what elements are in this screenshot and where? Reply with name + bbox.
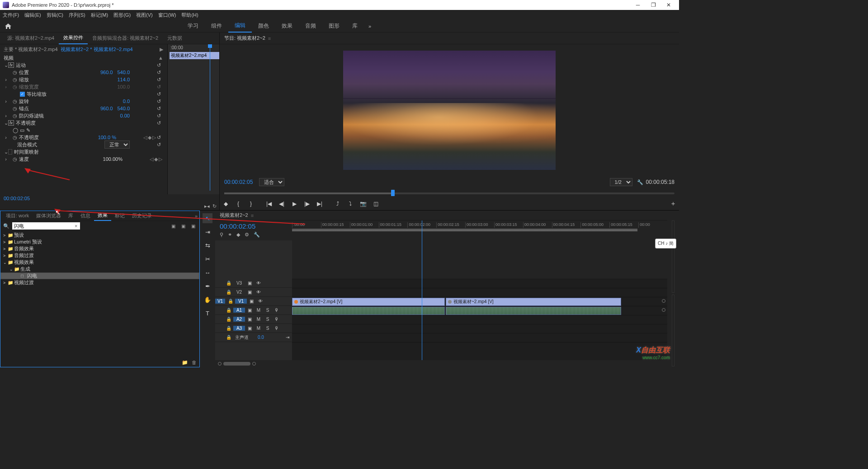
tab-audio-mixer[interactable]: 音频剪辑混合器: 视频素材2~2 (88, 33, 163, 44)
tree-item[interactable]: >📁视频过渡 (0, 279, 199, 286)
track-v3[interactable]: V3 (233, 281, 245, 286)
add-kf-icon[interactable]: ◆ (148, 135, 151, 141)
target-icon[interactable]: ▣ (247, 299, 256, 304)
reset-icon[interactable]: ↺ (157, 135, 163, 141)
tree-item[interactable]: >📁Lumetri 预设 (0, 239, 199, 245)
ec-remap[interactable]: 时间重映射 (14, 149, 39, 155)
ec-timecode[interactable]: 00:00:02:05 (4, 196, 30, 201)
lock-icon[interactable]: 🔒 (224, 335, 233, 340)
zoom-thumb[interactable] (223, 362, 250, 366)
extract-button[interactable]: ⤵ (345, 199, 355, 209)
eye-icon[interactable]: 👁 (254, 290, 263, 295)
add-button-icon[interactable]: ＋ (670, 200, 676, 208)
wrench-icon[interactable]: 🔧 (637, 179, 643, 185)
target-icon[interactable]: ▣ (245, 326, 254, 331)
mask-ellipse-icon[interactable]: ◯ (13, 127, 18, 133)
preset-badge-icon[interactable]: ▣ (170, 222, 177, 230)
mark-out-button[interactable]: } (246, 199, 256, 209)
lock-icon[interactable]: 🔒 (224, 326, 233, 331)
marker-icon[interactable]: ◆ (236, 232, 240, 238)
mic-icon[interactable]: 🎙 (272, 326, 281, 331)
tree-item[interactable]: ⌄📁视频效果 (0, 259, 199, 266)
next-kf-icon[interactable]: ▷ (152, 135, 156, 141)
zoom-handle-left[interactable] (218, 362, 222, 366)
ec-anchor-y[interactable]: 540.0 (117, 106, 130, 111)
reset-icon[interactable]: ↺ (157, 62, 163, 68)
step-fwd-button[interactable]: |▶ (302, 199, 312, 209)
stopwatch-icon[interactable]: ◷ (13, 135, 17, 141)
new-bin-icon[interactable]: 📁 (182, 360, 188, 366)
timeline-audio-clip-2[interactable] (446, 307, 621, 315)
delete-icon[interactable]: 🗑 (192, 360, 197, 365)
zoom-handle-right[interactable] (252, 362, 256, 366)
fit-select[interactable]: 适合 (259, 178, 284, 186)
ec-speed-v[interactable]: 100.00% (103, 156, 123, 162)
prev-kf-icon[interactable]: ◁ (143, 135, 147, 141)
zoom-v-handle[interactable] (662, 299, 665, 303)
src-v1[interactable]: V1 (215, 299, 225, 304)
stopwatch-icon[interactable]: ◷ (13, 70, 17, 75)
twirl-icon[interactable]: › (4, 77, 8, 82)
stopwatch-icon[interactable]: ◷ (13, 106, 17, 112)
timeline-clip-2[interactable]: 视频素材~2.mp4 [V] (446, 298, 621, 306)
ec-timeline-area[interactable]: :00:00 (167, 44, 219, 194)
target-icon[interactable]: ▣ (245, 281, 254, 286)
twirl-icon[interactable]: › (4, 135, 8, 140)
lock-icon[interactable]: 🔒 (224, 317, 233, 322)
compare-button[interactable]: ◫ (371, 199, 381, 209)
track-master[interactable]: 主声道 (233, 334, 254, 341)
mask-rect-icon[interactable]: ▭ (20, 127, 24, 133)
tab-effects[interactable]: 效果 (94, 211, 111, 221)
tree-item[interactable]: >📁音频过渡 (0, 252, 199, 259)
play-button[interactable]: ▶ (289, 199, 299, 209)
mic-icon[interactable]: 🎙 (272, 308, 281, 313)
eye-icon[interactable]: 👁 (256, 299, 265, 304)
effects-search-input[interactable] (12, 222, 80, 230)
tab-effect-controls[interactable]: 效果控件 (59, 33, 88, 44)
tab-info[interactable]: 信息 (77, 211, 94, 221)
ec-pos-x[interactable]: 960.0 (100, 70, 113, 75)
master-level[interactable]: 0.0 (258, 335, 264, 340)
twirl-icon[interactable]: › (4, 98, 8, 104)
ec-clip-bar[interactable]: 视频素材2~2.mp4 (170, 52, 219, 59)
export-frame-button[interactable]: 📷 (358, 199, 368, 209)
menu-file[interactable]: 文件(F) (3, 12, 19, 19)
panel-menu-icon[interactable]: ≡ (268, 36, 271, 41)
zoom-v-handle[interactable] (662, 308, 665, 312)
tab-history[interactable]: 历史记录 (128, 211, 156, 221)
workspace-graphics[interactable]: 图形 (322, 20, 346, 33)
stopwatch-icon[interactable]: ◷ (13, 98, 17, 104)
stopwatch-icon[interactable]: ◷ (13, 113, 17, 119)
ec-flicker-v[interactable]: 0.00 (120, 113, 130, 118)
track-a2[interactable]: A2 (233, 317, 245, 322)
add-kf-icon[interactable]: ◆ (154, 156, 158, 162)
twirl-icon[interactable]: › (4, 113, 8, 118)
reset-icon[interactable]: ↺ (157, 120, 163, 126)
maximize-button[interactable]: ❐ (646, 0, 661, 10)
stopwatch-icon[interactable]: ◷ (13, 156, 17, 162)
type-tool[interactable]: T (203, 308, 212, 318)
settings-icon[interactable]: ⚙ (245, 232, 249, 238)
twirl-icon[interactable]: › (4, 156, 8, 162)
program-scrub-bar[interactable] (224, 188, 675, 197)
go-to-out-button[interactable]: ▶| (315, 199, 325, 209)
mask-pen-icon[interactable]: ✎ (26, 127, 30, 133)
blend-select[interactable]: 正常 (104, 141, 130, 149)
tab-metadata[interactable]: 元数据 (163, 33, 187, 44)
minimize-button[interactable]: ─ (630, 0, 646, 10)
workspace-audio[interactable]: 音频 (299, 20, 322, 33)
scrub-playhead[interactable] (391, 190, 395, 196)
menu-sequence[interactable]: 序列(S) (69, 12, 85, 19)
tab-libraries[interactable]: 库 (65, 211, 77, 221)
track-a1[interactable]: A1 (233, 308, 245, 313)
reset-icon[interactable]: ↺ (157, 77, 163, 83)
prev-kf-icon[interactable]: ◁ (150, 156, 153, 162)
selection-tool[interactable]: ↖ (203, 213, 212, 223)
ec-scale-v[interactable]: 114.0 (117, 77, 130, 82)
wrench-icon[interactable]: 🔧 (254, 232, 260, 238)
ec-collapse-icon[interactable]: ▲ (158, 55, 163, 61)
menu-window[interactable]: 窗口(W) (158, 12, 176, 19)
reset-icon[interactable]: ↺ (157, 91, 163, 97)
track-a3[interactable]: A3 (233, 326, 245, 331)
timeline-zoom-bar[interactable] (215, 360, 667, 367)
